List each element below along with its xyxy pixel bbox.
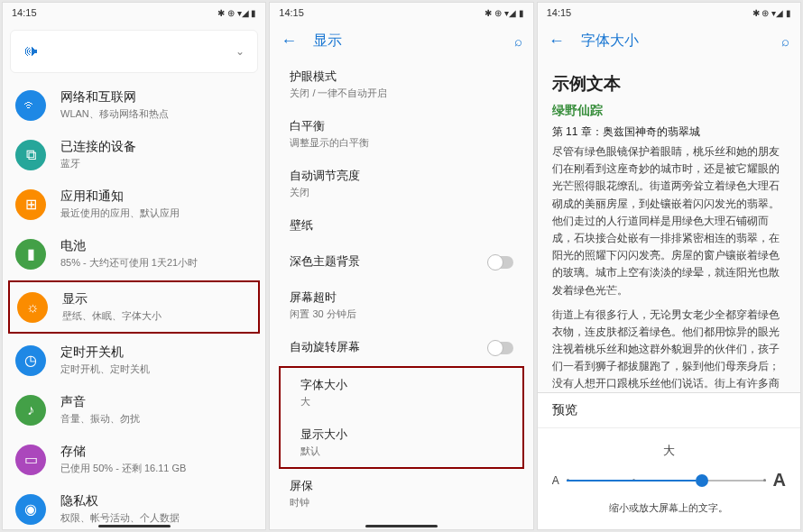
- nav-bar[interactable]: [270, 522, 532, 529]
- auto-rotate[interactable]: 自动旋转屏幕: [270, 330, 532, 366]
- app-bar: ← 字体大小 ⌕: [538, 23, 800, 60]
- slider-thumb[interactable]: [696, 474, 708, 487]
- small-a-icon: A: [552, 474, 559, 487]
- display-icon: ☼: [17, 292, 48, 323]
- privacy-icon: ◉: [15, 494, 46, 525]
- clock-icon: ◷: [15, 345, 46, 376]
- status-bar: 14:15 ✱ ⊕ ▾◢ ▮: [3, 3, 265, 23]
- size-slider-row: A A: [552, 470, 786, 491]
- display-size[interactable]: 显示大小默认: [281, 417, 521, 467]
- search-icon[interactable]: ⌕: [514, 33, 522, 49]
- highlight-font-size: 字体大小大 显示大小默认: [279, 366, 523, 469]
- back-icon[interactable]: ←: [281, 32, 297, 50]
- toggle-switch[interactable]: [488, 342, 513, 354]
- storage-icon: ▭: [15, 445, 46, 475]
- wallpaper[interactable]: 壁纸: [270, 208, 532, 244]
- chapter: 第 11 章：奥兹国神奇的翡翠城: [552, 124, 786, 140]
- slider-description: 缩小或放大屏幕上的文字。: [552, 501, 786, 515]
- chevron-down-icon: ⌄: [235, 45, 245, 58]
- paragraph-1: 尽管有绿色眼镜保护着眼睛，桃乐丝和她的朋友们在刚看到这座奇妙的城市时，还是被它耀…: [552, 143, 786, 299]
- white-balance[interactable]: 白平衡调整显示的白平衡: [270, 109, 532, 159]
- highlight-display: ☼显示壁纸、休眠、字体大小: [8, 280, 260, 334]
- clock: 14:15: [279, 7, 304, 18]
- status-bar: 14:15 ✱ ⊕ ▾◢ ▮: [270, 3, 532, 23]
- item-network[interactable]: ᯤ网络和互联网WLAN、移动网络和热点: [3, 80, 265, 130]
- status-icons: ✱ ⊕ ▾◢ ▮: [485, 8, 523, 18]
- devices-icon: ⧉: [15, 140, 46, 170]
- page-title: 显示: [313, 32, 497, 50]
- status-icons: ✱ ⊕ ▾◢ ▮: [217, 8, 256, 18]
- page-title: 字体大小: [581, 32, 765, 50]
- item-schedule-power[interactable]: ◷定时开关机定时开机、定时关机: [3, 335, 265, 385]
- item-apps[interactable]: ⊞应用和通知最近使用的应用、默认应用: [3, 179, 265, 229]
- item-connected[interactable]: ⧉已连接的设备蓝牙: [3, 130, 265, 179]
- preview-label: 预览: [538, 393, 800, 428]
- screensaver[interactable]: 屏保时钟: [270, 469, 532, 518]
- display-list: 护眼模式关闭 / 一律不自动开启 白平衡调整显示的白平衡 自动调节亮度关闭 壁纸…: [270, 60, 532, 530]
- status-bar: 14:15 ✱ ⊕ ▾◢ ▮: [538, 3, 800, 23]
- screen-timeout[interactable]: 屏幕超时闲置 30 分钟后: [270, 280, 532, 330]
- item-battery[interactable]: ▮电池85% - 大约还可使用 1天21小时: [3, 229, 265, 279]
- sound-icon: ♪: [15, 395, 46, 426]
- size-slider[interactable]: [567, 480, 766, 482]
- big-a-icon: A: [773, 470, 786, 491]
- nav-bar[interactable]: [3, 522, 265, 529]
- display-settings-screen: 14:15 ✱ ⊕ ▾◢ ▮ ← 显示 ⌕ 护眼模式关闭 / 一律不自动开启 白…: [269, 2, 533, 530]
- font-size-screen: 14:15 ✱ ⊕ ▾◢ ▮ ← 字体大小 ⌕ 示例文本 绿野仙踪 第 11 章…: [537, 2, 801, 530]
- wifi-icon: ᯤ: [15, 90, 46, 121]
- app-bar: ← 显示 ⌕: [270, 23, 532, 60]
- font-size[interactable]: 字体大小大: [281, 368, 521, 417]
- auto-brightness[interactable]: 自动调节亮度关闭: [270, 159, 532, 208]
- back-icon[interactable]: ←: [549, 32, 565, 50]
- battery-icon: ▮: [15, 239, 46, 270]
- settings-main-screen: 14:15 ✱ ⊕ ▾◢ ▮ 🕪 ⌄ ᯤ网络和互联网WLAN、移动网络和热点 ⧉…: [2, 2, 266, 530]
- preview-panel: 预览 大 A A 缩小或放大屏幕上的文字。: [538, 392, 800, 529]
- toggle-switch[interactable]: [488, 256, 513, 269]
- clock: 14:15: [12, 7, 37, 18]
- search-icon[interactable]: ⌕: [781, 33, 789, 49]
- item-sound[interactable]: ♪声音音量、振动、勿扰: [3, 385, 265, 435]
- item-storage[interactable]: ▭存储已使用 50% - 还剩 16.11 GB: [3, 435, 265, 484]
- sound-output-card[interactable]: 🕪 ⌄: [10, 30, 258, 73]
- night-mode[interactable]: 护眼模式关闭 / 一律不自动开启: [270, 60, 532, 109]
- settings-list: ᯤ网络和互联网WLAN、移动网络和热点 ⧉已连接的设备蓝牙 ⊞应用和通知最近使用…: [3, 80, 265, 530]
- item-display[interactable]: ☼显示壁纸、休眠、字体大小: [17, 288, 251, 326]
- current-size: 大: [552, 443, 786, 459]
- apps-icon: ⊞: [15, 189, 46, 220]
- clock: 14:15: [547, 7, 572, 18]
- book-title: 绿野仙踪: [552, 103, 786, 119]
- sample-title: 示例文本: [552, 72, 786, 96]
- speaker-icon: 🕪: [23, 43, 38, 60]
- status-icons: ✱ ⊕ ▾◢ ▮: [752, 8, 791, 18]
- dark-theme[interactable]: 深色主题背景: [270, 244, 532, 280]
